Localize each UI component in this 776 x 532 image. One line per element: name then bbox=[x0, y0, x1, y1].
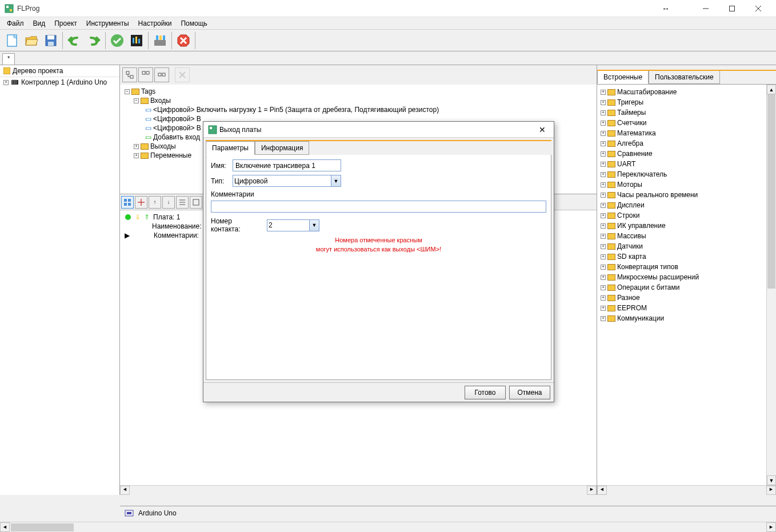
library-item[interactable]: +Часы реального времени bbox=[598, 190, 765, 200]
expand-icon[interactable]: + bbox=[134, 153, 139, 158]
expand-icon[interactable]: + bbox=[601, 316, 606, 321]
expand-all-button[interactable] bbox=[122, 67, 137, 82]
dialog-close-button[interactable]: ✕ bbox=[535, 123, 549, 137]
tag-input-item[interactable]: ▭ <Цифровой> Включить нагрузку 1 = Pin5 … bbox=[122, 105, 594, 114]
expand-icon[interactable]: + bbox=[601, 151, 606, 157]
library-item[interactable]: +UART bbox=[598, 159, 765, 169]
compile-button[interactable] bbox=[127, 31, 146, 50]
collapse-icon[interactable]: − bbox=[125, 89, 130, 94]
library-item[interactable]: +Коммуникации bbox=[598, 313, 765, 323]
expand-icon[interactable]: + bbox=[601, 100, 606, 105]
upload-button[interactable] bbox=[150, 31, 170, 50]
expand-icon[interactable]: + bbox=[601, 90, 606, 95]
project-tree-item-controller[interactable]: + Контроллер 1 (Arduino Uno bbox=[0, 77, 119, 87]
library-item[interactable]: +Таймеры bbox=[598, 107, 765, 118]
document-tab[interactable]: * bbox=[2, 53, 15, 65]
expand-icon[interactable]: + bbox=[601, 121, 606, 126]
library-item[interactable]: +Конвертация типов bbox=[598, 262, 765, 272]
grid-button[interactable] bbox=[121, 196, 134, 209]
redo-button[interactable] bbox=[84, 31, 103, 50]
expand-icon[interactable]: + bbox=[601, 285, 606, 290]
dialog-cancel-button[interactable]: Отмена bbox=[509, 386, 550, 399]
expand-icon[interactable]: + bbox=[601, 223, 606, 229]
library-item[interactable]: +Переключатель bbox=[598, 169, 765, 179]
library-item[interactable]: +EEPROM bbox=[598, 303, 765, 313]
library-item[interactable]: +Микросхемы расширений bbox=[598, 272, 765, 282]
scroll-up-button[interactable]: ▲ bbox=[767, 85, 776, 94]
scroll-left-button[interactable]: ◄ bbox=[597, 486, 607, 495]
open-file-button[interactable] bbox=[22, 31, 41, 50]
save-file-button[interactable] bbox=[41, 31, 61, 50]
collapse-all-button[interactable] bbox=[138, 67, 153, 82]
expand-icon[interactable]: + bbox=[601, 275, 606, 280]
library-item[interactable]: +Датчики bbox=[598, 241, 765, 251]
library-item[interactable]: +ИК управление bbox=[598, 221, 765, 231]
library-item[interactable]: +Строки bbox=[598, 210, 765, 221]
expand-icon[interactable]: + bbox=[601, 162, 606, 167]
library-item[interactable]: +Разное bbox=[598, 293, 765, 303]
minimize-button[interactable] bbox=[693, 0, 719, 17]
expand-icon[interactable]: + bbox=[601, 244, 606, 249]
dialog-ok-button[interactable]: Готово bbox=[465, 386, 506, 399]
expand-icon[interactable]: + bbox=[3, 80, 9, 85]
expand-icon[interactable]: + bbox=[601, 213, 606, 218]
contact-select[interactable]: 2 ▼ bbox=[267, 219, 319, 231]
scroll-right-button[interactable]: ► bbox=[587, 486, 597, 495]
collapse-icon[interactable]: − bbox=[134, 98, 139, 103]
expand-icon[interactable]: + bbox=[601, 172, 606, 177]
list-button[interactable] bbox=[176, 196, 189, 209]
expand-icon[interactable]: + bbox=[601, 141, 606, 146]
move-button[interactable] bbox=[135, 196, 147, 209]
expand-icon[interactable]: + bbox=[601, 254, 606, 259]
expand-icon[interactable]: + bbox=[601, 203, 606, 208]
expand-icon[interactable]: + bbox=[601, 234, 606, 239]
library-item[interactable]: +Массивы bbox=[598, 231, 765, 241]
dialog-tab-info[interactable]: Информация bbox=[255, 141, 309, 155]
tags-inputs[interactable]: − Входы bbox=[122, 96, 594, 105]
library-item[interactable]: +Счетчики bbox=[598, 118, 765, 128]
expand-icon[interactable]: + bbox=[601, 295, 606, 301]
menu-help[interactable]: Помощь bbox=[176, 18, 211, 29]
expand-icon[interactable]: + bbox=[134, 144, 139, 149]
scroll-down-button[interactable]: ▼ bbox=[767, 475, 776, 485]
library-item[interactable]: +SD карта bbox=[598, 251, 765, 262]
menu-view[interactable]: Вид bbox=[29, 18, 50, 29]
library-item[interactable]: +Сравнение bbox=[598, 149, 765, 159]
dialog-tab-params[interactable]: Параметры bbox=[206, 141, 255, 155]
library-item[interactable]: +Дисплеи bbox=[598, 200, 765, 210]
tags-root[interactable]: − Tags bbox=[122, 87, 594, 96]
type-select[interactable]: Цифровой ▼ bbox=[233, 175, 341, 187]
close-button[interactable] bbox=[745, 0, 771, 17]
dialog-titlebar[interactable]: Выход платы ✕ bbox=[203, 122, 554, 138]
expand-icon[interactable]: + bbox=[601, 193, 606, 198]
library-item[interactable]: +Тригеры bbox=[598, 97, 765, 107]
expand-icon[interactable]: + bbox=[601, 110, 606, 115]
tab-builtin[interactable]: Встроенные bbox=[597, 71, 649, 84]
expand-icon[interactable]: + bbox=[601, 265, 606, 270]
maximize-button[interactable] bbox=[719, 0, 745, 17]
menu-file[interactable]: Файл bbox=[2, 18, 29, 29]
name-input[interactable] bbox=[233, 159, 341, 171]
check-button[interactable] bbox=[107, 31, 127, 50]
scroll-right-button[interactable]: ► bbox=[766, 522, 776, 532]
bottom-scrollbar[interactable]: ◄ ► bbox=[0, 522, 776, 532]
menu-project[interactable]: Проект bbox=[50, 18, 82, 29]
tab-user[interactable]: Пользовательские bbox=[649, 71, 720, 84]
scroll-left-button[interactable]: ◄ bbox=[120, 486, 130, 495]
undo-button[interactable] bbox=[65, 31, 84, 50]
scroll-right-button[interactable]: ► bbox=[766, 486, 776, 495]
comments-input[interactable] bbox=[211, 201, 546, 213]
library-item[interactable]: +Математика bbox=[598, 128, 765, 138]
library-item[interactable]: +Моторы bbox=[598, 179, 765, 190]
library-scrollbar[interactable]: ▲ ▼ bbox=[766, 85, 776, 485]
down-button[interactable]: ↓ bbox=[162, 196, 175, 209]
stop-button[interactable] bbox=[174, 31, 193, 50]
scroll-left-button[interactable]: ◄ bbox=[0, 522, 10, 532]
library-item[interactable]: +Масштабирование bbox=[598, 87, 765, 97]
expand-icon[interactable]: + bbox=[601, 182, 606, 187]
menu-tools[interactable]: Инструменты bbox=[82, 18, 134, 29]
expand-icon[interactable]: + bbox=[601, 131, 606, 136]
grid2-button[interactable] bbox=[190, 196, 202, 209]
library-item[interactable]: +Операции с битами bbox=[598, 282, 765, 293]
tree-mode-button[interactable] bbox=[154, 67, 169, 82]
